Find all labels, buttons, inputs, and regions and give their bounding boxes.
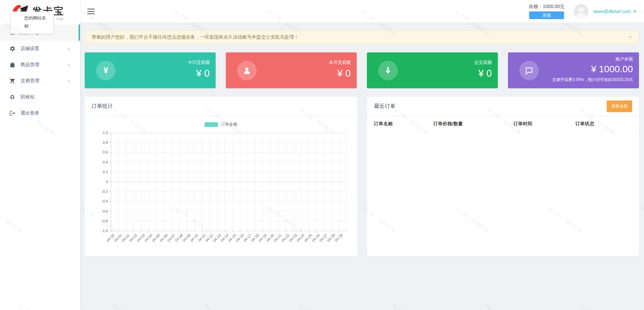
sidebar-item-label: 回收站 [20, 94, 35, 100]
chevron-right-icon: › [68, 62, 70, 68]
svg-text:-0.6: -0.6 [101, 209, 108, 213]
stat-value: ¥ 0 [474, 68, 492, 79]
arrow-down-icon [378, 61, 398, 80]
logo-subtitle: o.top [52, 17, 63, 21]
chart-legend[interactable]: 订单金额 [91, 122, 350, 127]
stat-value: ¥ 1000.00 [552, 64, 633, 75]
svg-text:04-29: 04-29 [334, 233, 343, 242]
svg-text:04-22: 04-22 [281, 233, 290, 242]
orders-table-body [367, 132, 639, 255]
sidebar-item-label: 店铺设置 [20, 46, 39, 52]
svg-text:04-21: 04-21 [273, 233, 283, 242]
bag-icon [9, 62, 15, 68]
account-dropdown[interactable]: www@dkewl.com ▼ [593, 9, 637, 14]
sidebar-item-shop-settings[interactable]: 店铺设置 › [0, 41, 80, 57]
svg-text:04-17: 04-17 [243, 233, 252, 242]
stat-label: 总交易额 [474, 59, 492, 65]
sidebar: 发卡宝 o.top 卖家中心 店铺设置 › 商品管理 › [0, 0, 80, 310]
svg-text:04-05: 04-05 [151, 233, 161, 242]
stat-label: 本月交易额 [329, 59, 351, 65]
svg-text:04-08: 04-08 [174, 233, 183, 242]
stat-cards: ¥ 今日交易额 ¥ 0 本月交易额 ¥ 0 总交易额 ¥ 0 [85, 52, 639, 88]
svg-text:04-25: 04-25 [303, 233, 313, 242]
user-icon [237, 61, 257, 80]
svg-text:04-06: 04-06 [159, 233, 168, 242]
sidebar-item-label: 交易管理 [20, 78, 39, 84]
svg-text:0.4: 0.4 [103, 160, 108, 164]
svg-text:0: 0 [106, 180, 108, 184]
svg-text:04-18: 04-18 [250, 233, 260, 242]
panel-title: 最近订单 [374, 103, 395, 110]
chevron-right-icon: › [68, 46, 70, 52]
orders-table-header: 订单名称 订单价格/数量 订单时间 订单状态 [367, 116, 639, 132]
chevron-right-icon: › [68, 78, 70, 84]
sidebar-menu: 卖家中心 店铺设置 › 商品管理 › 交易管理 › ♻ 回收站 [0, 23, 80, 121]
svg-text:04-12: 04-12 [205, 233, 214, 242]
svg-text:04-23: 04-23 [288, 233, 298, 242]
stat-card-today: ¥ 今日交易额 ¥ 0 [85, 52, 216, 88]
orders-col-time: 订单时间 [513, 121, 575, 127]
svg-text:04-01: 04-01 [121, 233, 130, 242]
caret-down-icon: ▼ [633, 9, 637, 13]
svg-text:04-13: 04-13 [212, 233, 221, 242]
avatar[interactable] [574, 4, 589, 19]
sidebar-item-logout[interactable]: 退出登录 [0, 105, 80, 121]
svg-text:-0.4: -0.4 [101, 199, 108, 203]
stat-sub-text: 交易手续费3.00%，预计还可收款33333.33元 [552, 77, 633, 83]
orders-col-price-qty: 订单价格/数量 [433, 121, 513, 127]
svg-text:-1.0: -1.0 [101, 229, 108, 233]
svg-text:03-30: 03-30 [105, 233, 115, 242]
avatar-placeholder-icon [574, 4, 589, 19]
svg-text:04-02: 04-02 [128, 233, 138, 242]
stat-card-total: 总交易额 ¥ 0 [367, 52, 498, 88]
panel-title: 订单统计 [91, 103, 113, 110]
close-icon[interactable]: × [629, 34, 632, 40]
svg-text:0.8: 0.8 [103, 140, 108, 144]
notice-banner: 尊敬的用户您好，我们平台不接任何违法违规业务，一经发现将永久冻结账号并提交公安机… [85, 30, 639, 44]
svg-text:04-27: 04-27 [318, 233, 328, 242]
svg-text:04-04: 04-04 [144, 233, 153, 242]
yen-icon: ¥ [96, 61, 116, 80]
site-name-tooltip: 您的网站名称 [10, 11, 54, 34]
account-email: www@dkewl.com [593, 9, 631, 14]
svg-text:04-28: 04-28 [326, 233, 336, 242]
stat-value: ¥ 0 [329, 68, 351, 79]
gear-icon [9, 46, 15, 52]
hamburger-menu-icon[interactable] [87, 9, 95, 14]
main-content: 尊敬的用户您好，我们平台不接任何违法违规业务，一经发现将永久冻结账号并提交公安机… [80, 23, 644, 310]
stat-label: 今日交易额 [188, 59, 210, 65]
svg-text:04-20: 04-20 [265, 233, 275, 242]
stat-card-month: 本月交易额 ¥ 0 [226, 52, 357, 88]
svg-text:04-26: 04-26 [311, 233, 320, 242]
sidebar-item-product-management[interactable]: 商品管理 › [0, 57, 80, 73]
sidebar-item-label: 商品管理 [20, 62, 39, 68]
svg-text:03-31: 03-31 [113, 233, 123, 242]
svg-text:-0.2: -0.2 [101, 189, 108, 193]
legend-label: 订单金额 [221, 122, 237, 127]
stat-label: 账户余额 [552, 56, 633, 62]
svg-text:04-03: 04-03 [136, 233, 145, 242]
svg-text:04-16: 04-16 [235, 233, 244, 242]
balance-box: 余额：1000.00元 充值 [529, 4, 565, 19]
stat-value: ¥ 0 [188, 68, 210, 79]
cart-icon [9, 78, 15, 84]
recharge-button[interactable]: 充值 [529, 11, 564, 19]
logout-icon [9, 110, 15, 117]
order-chart: 1.00.80.60.40.20-0.2-0.4-0.6-0.8-1.003-3… [91, 129, 350, 256]
sidebar-item-recycle-bin[interactable]: ♻ 回收站 [0, 89, 80, 105]
svg-text:0.6: 0.6 [103, 150, 108, 154]
sidebar-item-trade-management[interactable]: 交易管理 › [0, 73, 80, 89]
svg-text:1.0: 1.0 [103, 131, 108, 135]
svg-text:04-07: 04-07 [167, 233, 176, 242]
stat-card-balance: 账户余额 ¥ 1000.00 交易手续费3.00%，预计还可收款33333.33… [508, 52, 639, 88]
svg-text:04-24: 04-24 [296, 233, 305, 242]
top-header: 余额：1000.00元 充值 www@dkewl.com ▼ [80, 0, 644, 23]
svg-text:04-19: 04-19 [258, 233, 267, 242]
recent-orders-panel: 最近订单 查看全部 订单名称 订单价格/数量 订单时间 订单状态 [367, 97, 639, 256]
recycle-icon: ♻ [9, 94, 15, 100]
view-all-button[interactable]: 查看全部 [607, 100, 632, 112]
svg-text:04-15: 04-15 [227, 233, 237, 242]
sidebar-item-label: 退出登录 [20, 110, 39, 116]
notice-text: 尊敬的用户您好，我们平台不接任何违法违规业务，一经发现将永久冻结账号并提交公安机… [92, 34, 629, 40]
svg-text:04-10: 04-10 [189, 233, 199, 242]
